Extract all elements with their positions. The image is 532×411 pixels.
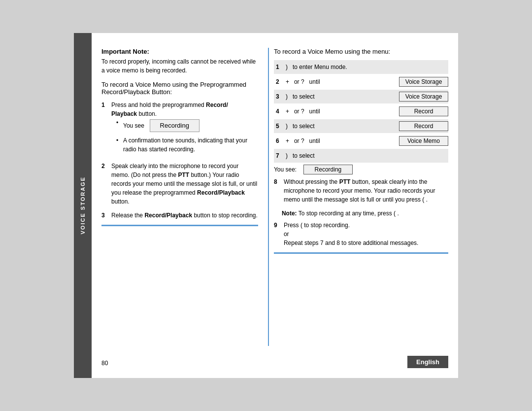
menu-row-5: 5 ) to select Record	[274, 119, 448, 133]
right-divider	[274, 252, 448, 254]
right-column: To record a Voice Memo using the menu: 1…	[268, 48, 448, 346]
step-9: 9 Press ( to stop recording. or Repeat s…	[274, 221, 448, 247]
row4-badge: Record	[399, 106, 448, 116]
step-number-3: 3	[101, 211, 109, 220]
menu-row-4: 4 + or ? until Record	[274, 104, 448, 118]
step-number-2: 2	[101, 162, 109, 206]
important-note-text: To record properly, incoming calls canno…	[101, 57, 258, 75]
you-see-badge: Recording	[303, 165, 353, 174]
page: VOICE STORAGE Important Note: To record …	[74, 33, 458, 378]
row4-desc: + or ? until	[284, 106, 399, 117]
step-item-1: 1 Press and hold the preprogrammed Recor…	[101, 101, 258, 157]
menu-row-2: 2 + or ? until Voice Storage	[274, 75, 448, 89]
bullet-dot-1: •	[116, 118, 123, 133]
step1-text: Press and hold the preprogrammed Record/…	[111, 102, 228, 117]
sidebar: VOICE STORAGE	[74, 33, 92, 378]
row3-num: 3	[274, 91, 284, 102]
bullet-1: • You see Recording	[116, 118, 258, 133]
step9-text: Press ( to stop recording.	[284, 222, 350, 229]
step-item-2: 2 Speak clearly into the microphone to r…	[101, 162, 258, 206]
step8-number: 8	[274, 177, 282, 204]
step9-or: or	[284, 231, 289, 238]
recording-badge-left: Recording	[150, 119, 200, 132]
step-content-1: Press and hold the preprogrammed Record/…	[111, 101, 258, 157]
english-badge: English	[407, 356, 448, 368]
step8-content: Without pressing the PTT button, speak c…	[284, 177, 448, 204]
step8-text: Without pressing the PTT button, speak c…	[284, 178, 435, 203]
bullet-dot-2: •	[116, 136, 123, 154]
step9-number: 9	[274, 221, 282, 247]
row5-badge: Record	[399, 121, 448, 131]
you-see-label: You see:	[274, 166, 303, 173]
row2-badge: Voice Storage	[399, 77, 448, 87]
step-content-2: Speak clearly into the microphone to rec…	[111, 162, 258, 206]
row6-desc: + or ? until	[284, 136, 399, 146]
row5-num: 5	[274, 121, 284, 132]
row7-desc: ) to select	[284, 150, 448, 161]
menu-row-3: 3 ) to select Voice Storage	[274, 90, 448, 103]
bullet-2: • A confirmation tone sounds, indicating…	[116, 136, 258, 154]
row1-desc: ) to enter Menu mode.	[284, 62, 448, 72]
footer: 80 English	[74, 351, 458, 378]
row6-badge: Voice Memo	[399, 136, 448, 146]
row2-desc: + or ? until	[284, 76, 399, 87]
menu-row-6: 6 + or ? until Voice Memo	[274, 134, 448, 148]
row4-num: 4	[274, 106, 284, 117]
row1-num: 1	[274, 62, 284, 72]
row2-num: 2	[274, 76, 284, 87]
step-number-1: 1	[101, 101, 109, 157]
left-column: Important Note: To record properly, inco…	[101, 48, 268, 346]
step-content-3: Release the Record/Playback button to st…	[111, 211, 258, 220]
row7-num: 7	[274, 150, 284, 161]
content-area: Important Note: To record properly, inco…	[92, 33, 458, 351]
steps-list: 1 Press and hold the preprogrammed Recor…	[101, 101, 258, 220]
row3-desc: ) to select	[284, 91, 399, 102]
row3-badge: Voice Storage	[399, 92, 448, 102]
menu-row-7: 7 ) to select	[274, 149, 448, 163]
important-note: Important Note: To record properly, inco…	[101, 48, 258, 75]
left-divider	[101, 225, 258, 226]
you-see-row: You see: Recording	[274, 165, 448, 174]
important-note-title: Important Note:	[101, 48, 149, 55]
menu-row-1: 1 ) to enter Menu mode.	[274, 60, 448, 74]
right-section-title: To record a Voice Memo using the menu:	[274, 48, 448, 55]
step2-text: Speak clearly into the microphone to rec…	[111, 163, 257, 205]
preprogrammed-section-title: To record a Voice Memo using the Preprog…	[101, 81, 258, 96]
step9-repeat: Repeat steps 7 and 8 to store additional…	[284, 240, 419, 246]
step-8: 8 Without pressing the PTT button, speak…	[274, 177, 448, 204]
menu-rows: 1 ) to enter Menu mode. 2 + or ? until V…	[274, 60, 448, 163]
row6-num: 6	[274, 136, 284, 146]
bullet-2-text: A confirmation tone sounds, indicating t…	[123, 136, 258, 154]
sidebar-label: VOICE STORAGE	[80, 176, 86, 234]
bullet-1-text: You see Recording	[123, 118, 201, 133]
note: Note: To stop recording at any time, pre…	[282, 209, 448, 218]
row5-desc: ) to select	[284, 121, 399, 132]
step3-text: Release the Record/Playback button to st…	[111, 212, 258, 219]
step9-content: Press ( to stop recording. or Repeat ste…	[284, 221, 448, 247]
step-item-3: 3 Release the Record/Playback button to …	[101, 211, 258, 220]
